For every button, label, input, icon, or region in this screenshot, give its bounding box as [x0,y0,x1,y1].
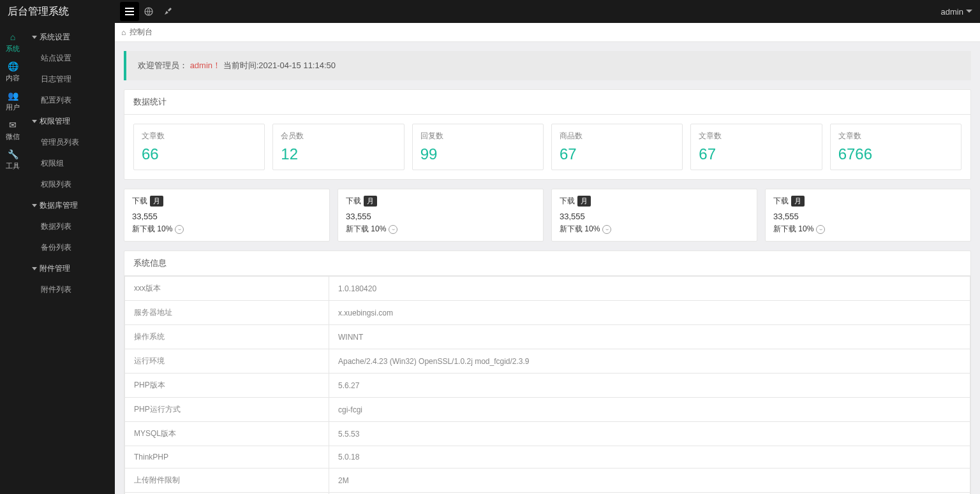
sidebar-group-system[interactable]: 系统设置 [26,27,115,48]
user-name: admin [941,7,963,17]
stat-card: 文章数6766 [830,124,961,170]
stat-label: 文章数 [142,131,256,142]
stat-card: 商品数67 [551,124,683,170]
stat-card: 回复数99 [412,124,544,170]
welcome-time-label: 当前时间: [223,61,259,70]
stat-label: 回复数 [420,131,535,142]
table-row: 操作系统WINNT [125,325,970,349]
sidebar-group-label: 系统设置 [40,32,70,43]
sysinfo-title: 系统信息 [124,251,970,276]
sysinfo-key: 运行环境 [125,349,329,374]
dl-sub: 新下载 10% [132,224,172,235]
theme-button[interactable] [158,2,177,21]
sidebar-group-label: 数据库管理 [40,200,78,211]
table-row: MYSQL版本5.5.53 [125,422,970,446]
sysinfo-key: 服务器地址 [125,301,329,325]
menu-toggle-button[interactable] [120,2,139,21]
top-header: 后台管理系统 admin [0,0,980,23]
sidebar-item[interactable]: 数据列表 [26,216,115,237]
rail-item-content[interactable]: 🌐 内容 [0,57,26,87]
sysinfo-value: WINNT [329,325,970,349]
caret-icon [32,267,37,270]
stats-panel: 数据统计 文章数66 会员数12 回复数99 商品数67 文章数67 文章数67… [124,89,971,180]
caret-down-icon [966,10,972,13]
sidebar-item[interactable]: 权限列表 [26,174,115,195]
table-row: PHP版本5.6.27 [125,374,970,398]
stats-row: 文章数66 会员数12 回复数99 商品数67 文章数67 文章数6766 [133,124,961,170]
rail-item-system[interactable]: ⌂ 系统 [0,28,26,57]
stat-value: 12 [281,145,396,163]
caret-icon [32,204,37,207]
tab-bar: ⌂ 控制台 [115,23,980,42]
dl-badge: 月 [150,196,163,207]
table-row: PHP运行方式cgi-fcgi [125,398,970,422]
stat-label: 文章数 [699,131,813,142]
dl-title: 下载 [560,196,575,207]
smile-icon: ⌣ [602,225,611,234]
sidebar: 系统设置 站点设置 日志管理 配置列表 权限管理 管理员列表 权限组 权限列表 … [26,23,115,494]
sidebar-group-label: 权限管理 [40,116,70,127]
dl-title: 下载 [132,196,147,207]
welcome-notice: 欢迎管理员： admin！ 当前时间:2021-04-15 11:14:50 [124,51,971,80]
sidebar-item[interactable]: 站点设置 [26,48,115,69]
sidebar-group-permission[interactable]: 权限管理 [26,111,115,132]
welcome-prefix: 欢迎管理员： [138,61,188,70]
sidebar-item[interactable]: 日志管理 [26,69,115,90]
sidebar-item[interactable]: 备份列表 [26,237,115,258]
globe-icon [144,7,153,16]
dl-num: 33,555 [132,212,322,221]
sysinfo-key: 操作系统 [125,325,329,349]
welcome-admin: admin！ [190,61,221,70]
sysinfo-value: 5.6.27 [329,374,970,398]
tab-control[interactable]: 控制台 [130,27,152,38]
user-menu[interactable]: admin [941,7,972,17]
sysinfo-value: Apache/2.4.23 (Win32) OpenSSL/1.0.2j mod… [329,349,970,374]
dl-sub: 新下载 10% [560,224,600,235]
download-row: 下载月 33,555 新下载 10%⌣ 下载月 33,555 新下载 10%⌣ … [124,189,971,242]
sysinfo-value: 2M [329,469,970,493]
rail-item-users[interactable]: 👥 用户 [0,87,26,116]
caret-icon [32,36,37,39]
sidebar-item[interactable]: 权限组 [26,153,115,174]
sidebar-item[interactable]: 附件列表 [26,279,115,300]
rail-item-wechat[interactable]: ✉ 微信 [0,116,26,145]
smile-icon: ⌣ [816,225,825,234]
stat-value: 99 [420,145,535,163]
sysinfo-value: x.xuebingsi.com [329,301,970,325]
stat-card: 文章数66 [133,124,265,170]
dl-num: 33,555 [560,212,749,221]
menu-icon [125,8,134,15]
sysinfo-key: 上传附件限制 [125,469,329,493]
dl-num: 33,555 [773,212,963,221]
caret-icon [32,120,37,123]
sidebar-group-attachment[interactable]: 附件管理 [26,258,115,279]
dl-badge: 月 [791,196,805,207]
app-logo: 后台管理系统 [8,5,69,18]
globe-button[interactable] [139,2,158,21]
main-area: ⌂ 控制台 欢迎管理员： admin！ 当前时间:2021-04-15 11:1… [115,23,980,494]
stat-value: 67 [560,145,674,163]
sysinfo-key: PHP运行方式 [125,398,329,422]
dl-badge: 月 [364,196,377,207]
smile-icon: ⌣ [175,225,184,234]
sidebar-item[interactable]: 管理员列表 [26,132,115,153]
table-row: 服务器地址x.xuebingsi.com [125,301,970,325]
sysinfo-value: 5.5.53 [329,422,970,446]
sysinfo-table: xxx版本1.0.180420服务器地址x.xuebingsi.com操作系统W… [124,276,970,494]
smile-icon: ⌣ [389,225,397,234]
stat-card: 会员数12 [272,124,404,170]
sysinfo-key: ThinkPHP [125,446,329,469]
dl-title: 下载 [773,196,789,207]
brush-icon [163,7,172,16]
dl-sub: 新下载 10% [346,224,386,235]
sysinfo-key: MYSQL版本 [125,422,329,446]
dl-num: 33,555 [346,212,535,221]
stat-label: 文章数 [838,131,953,142]
download-box: 下载月 33,555 新下载 10%⌣ [551,189,757,242]
download-box: 下载月 33,555 新下载 10%⌣ [124,189,330,242]
sidebar-group-database[interactable]: 数据库管理 [26,195,115,216]
table-row: xxx版本1.0.180420 [125,277,970,301]
rail-item-tools[interactable]: 🔧 工具 [0,145,26,175]
sidebar-item[interactable]: 配置列表 [26,90,115,111]
content-scroll[interactable]: 欢迎管理员： admin！ 当前时间:2021-04-15 11:14:50 数… [115,42,980,494]
